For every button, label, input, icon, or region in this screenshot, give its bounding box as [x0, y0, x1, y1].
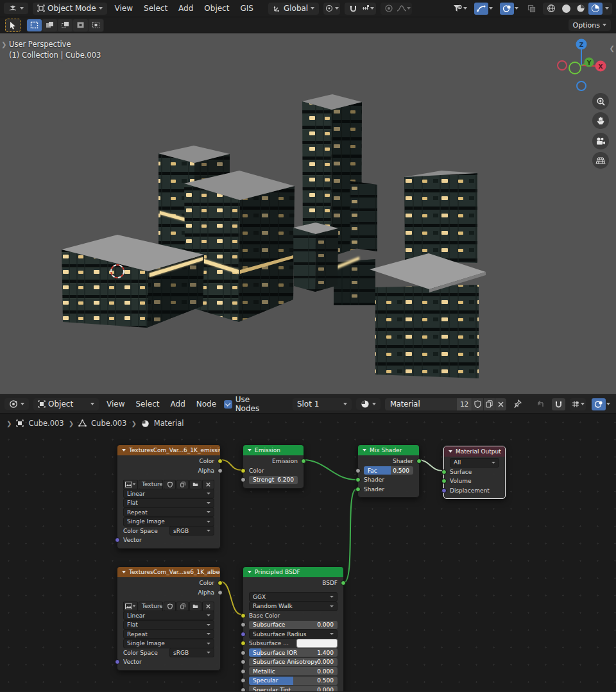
socket-subsurface-ior-input[interactable]	[241, 650, 246, 655]
xray-toggle[interactable]	[524, 3, 538, 15]
breadcrumb-mesh[interactable]: Cube.003	[91, 419, 126, 428]
pivot-point-group[interactable]	[323, 3, 340, 15]
image-fake-user-button[interactable]	[164, 602, 176, 611]
use-nodes-checkbox[interactable]	[224, 400, 232, 409]
select-box-new-button[interactable]	[27, 19, 42, 31]
socket-alpha-output[interactable]	[218, 468, 223, 473]
link-bsdf-to-mix[interactable]	[344, 489, 356, 582]
breadcrumb-object[interactable]: Cube.003	[28, 419, 64, 428]
link-albedo-color-to-basecolor[interactable]	[221, 582, 241, 614]
material-name-field[interactable]: Material	[385, 400, 457, 409]
menu-select[interactable]: Select	[141, 0, 171, 17]
node-menu-add[interactable]: Add	[167, 396, 189, 412]
subsurface-radius-dropdown[interactable]: Subsurface Radius	[249, 629, 338, 639]
material-users-count[interactable]: 12	[457, 398, 472, 410]
socket-subsurface-input[interactable]	[241, 622, 246, 627]
node-emission[interactable]: Emission Emission Color Strengt 6.200	[243, 444, 304, 489]
shading-wireframe-button[interactable]	[544, 3, 558, 15]
source-dropdown[interactable]: Single Image	[123, 639, 214, 648]
navigation-gizmo[interactable]: Z Y X	[558, 39, 606, 91]
browse-material-button[interactable]	[356, 398, 381, 410]
interpolation-dropdown[interactable]: Linear	[123, 611, 214, 620]
shader-type-dropdown[interactable]: Object	[33, 398, 99, 410]
viewport-3d[interactable]: Z Y X User Perspective (1) Collection | …	[0, 33, 616, 394]
socket-shader1-input[interactable]	[355, 477, 361, 482]
collapse-icon[interactable]	[122, 571, 126, 573]
node-material-output[interactable]: Material Output All Surface Volume Displ…	[443, 446, 506, 499]
source-dropdown[interactable]: Single Image	[123, 517, 214, 527]
menu-view[interactable]: View	[112, 0, 136, 17]
node-snap-target-dropdown[interactable]	[570, 398, 586, 410]
show-overlays-toggle[interactable]	[500, 3, 514, 15]
fake-user-button[interactable]	[472, 398, 483, 410]
socket-volume-input[interactable]	[441, 478, 447, 484]
image-open-button[interactable]	[189, 480, 201, 489]
node-image-texture-albedo[interactable]: TexturesCom_Var...se6_1K_albedo.ti Color…	[117, 566, 221, 671]
collapse-icon[interactable]	[122, 449, 126, 451]
select-invert-button[interactable]	[73, 19, 88, 31]
menu-object[interactable]: Object	[201, 0, 232, 17]
collapse-icon[interactable]	[449, 450, 452, 453]
region-expand-left-icon[interactable]: ❯	[1, 41, 6, 48]
node-menu-node[interactable]: Node	[193, 396, 219, 412]
building-flat-right[interactable]	[404, 171, 477, 263]
image-browse-button[interactable]	[123, 480, 138, 489]
subsurface-color-swatch[interactable]	[296, 639, 338, 648]
metallic-slider[interactable]: Metallic0.000	[249, 667, 338, 675]
editor-type-button[interactable]	[4, 3, 28, 14]
snap-target-dropdown[interactable]	[361, 3, 375, 15]
subsurface-ior-slider[interactable]: Subsurface IOR1.400	[249, 648, 338, 657]
interpolation-dropdown[interactable]: Linear	[123, 489, 214, 498]
proportional-editing-toggle[interactable]	[382, 3, 396, 15]
specular-tint-slider[interactable]: Specular Tint0.000	[249, 686, 338, 691]
unlink-material-button[interactable]	[495, 398, 506, 410]
viewport-camera-button[interactable]	[592, 133, 609, 149]
node-principled-bsdf[interactable]: Principled BSDF BSDF GGX Random Walk Bas…	[243, 566, 344, 691]
visibility-dropdown[interactable]	[451, 3, 468, 15]
show-gizmo-toggle[interactable]	[474, 3, 488, 15]
socket-strength-input[interactable]	[241, 477, 246, 482]
viewport-perspective-button[interactable]	[592, 152, 609, 169]
new-material-button[interactable]	[483, 398, 495, 410]
transform-orientation-dropdown[interactable]: Global	[268, 3, 319, 15]
building-sliver-right[interactable]	[350, 181, 377, 251]
options-dropdown[interactable]: Options	[569, 19, 611, 31]
link-mix-to-output[interactable]	[418, 460, 442, 471]
snap-magnet-toggle[interactable]	[346, 3, 360, 15]
region-expand-right-icon[interactable]: ❮	[610, 45, 615, 52]
node-snap-toggle[interactable]	[552, 398, 565, 410]
socket-surface-input[interactable]	[441, 469, 447, 475]
gizmo-axis-neg-x[interactable]	[558, 61, 567, 70]
color-space-dropdown[interactable]: sRGB	[169, 526, 214, 536]
output-target-dropdown[interactable]: All	[450, 458, 499, 468]
editor-type-shader-button[interactable]	[4, 398, 29, 410]
shading-rendered-button[interactable]	[588, 3, 603, 15]
extension-dropdown[interactable]: Repeat	[123, 629, 214, 639]
shading-solid-button[interactable]	[559, 3, 573, 15]
falloff-dropdown[interactable]	[397, 3, 411, 15]
menu-gis[interactable]: GIS	[237, 0, 256, 17]
breadcrumb-material[interactable]: Material	[154, 419, 184, 428]
collapse-icon[interactable]	[363, 449, 366, 451]
socket-shader2-input[interactable]	[355, 487, 361, 492]
distribution-dropdown[interactable]: GGX	[249, 592, 338, 602]
link-emission-to-mix[interactable]	[303, 460, 356, 480]
shading-material-button[interactable]	[574, 3, 588, 15]
building-right-cube[interactable]	[370, 253, 486, 378]
image-unlink-button[interactable]	[202, 480, 214, 489]
socket-base-color-input[interactable]	[241, 613, 246, 618]
socket-specular-input[interactable]	[241, 678, 246, 683]
image-copy-button[interactable]	[176, 602, 189, 611]
socket-color-input[interactable]	[241, 468, 246, 473]
image-copy-button[interactable]	[176, 480, 189, 489]
projection-dropdown[interactable]: Flat	[123, 620, 214, 630]
active-tool-tweak[interactable]	[5, 19, 21, 32]
image-open-button[interactable]	[189, 602, 201, 611]
socket-vector-input[interactable]	[115, 659, 120, 664]
image-name-field[interactable]: TexturesCom_...	[139, 602, 163, 611]
mode-dropdown[interactable]: Object Mode	[33, 3, 107, 15]
collapse-icon[interactable]	[248, 449, 252, 451]
link-emissive-color-to-emission[interactable]	[221, 460, 241, 470]
gizmo-axis-neg-z[interactable]	[577, 81, 586, 90]
subsurface-anisotropy-slider[interactable]: Subsurface Anisotropy0.000	[249, 658, 338, 666]
